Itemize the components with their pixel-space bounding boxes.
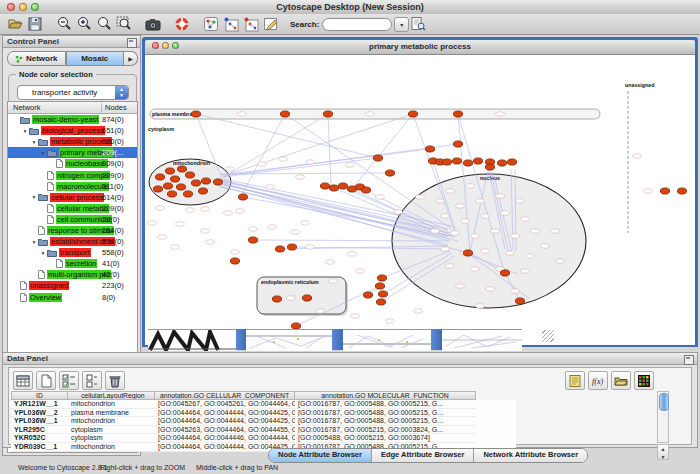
network-node[interactable] — [191, 111, 200, 117]
network-node[interactable] — [373, 155, 382, 161]
table-row[interactable]: YPL036W__1mitochondrion[GO:0044464, GO:0… — [11, 417, 516, 426]
network-node[interactable] — [376, 299, 385, 305]
network-node[interactable] — [363, 292, 372, 298]
zoom-selected-icon[interactable] — [115, 15, 133, 33]
new-attribute-icon[interactable] — [36, 371, 56, 390]
window-resize-grip[interactable] — [542, 330, 554, 342]
scrollbar-arrows[interactable]: ▲▼ — [657, 444, 669, 460]
network-node[interactable] — [272, 296, 281, 302]
network-node[interactable] — [452, 158, 461, 164]
network-node[interactable] — [463, 250, 472, 256]
network-node[interactable] — [497, 160, 506, 166]
network-node[interactable] — [375, 283, 384, 289]
search-input[interactable] — [322, 18, 392, 31]
network-node[interactable] — [408, 111, 417, 117]
expand-arrow-icon[interactable]: ▼ — [39, 150, 47, 156]
network-node[interactable] — [453, 111, 462, 117]
network-node[interactable] — [213, 179, 222, 185]
network-node[interactable] — [165, 168, 174, 174]
zoom-fit-icon[interactable] — [95, 15, 113, 33]
tab-mosaic[interactable]: Mosaic — [66, 51, 125, 66]
network-node[interactable] — [507, 159, 516, 165]
delete-attribute-icon[interactable] — [105, 371, 125, 390]
network-node[interactable] — [230, 258, 239, 264]
background-window-thumbnail[interactable] — [246, 329, 332, 351]
network-node[interactable] — [275, 246, 284, 252]
tree-item-overview[interactable]: Overview8(0) — [8, 292, 137, 303]
network-node[interactable] — [302, 295, 311, 301]
expand-arrow-icon[interactable]: ▼ — [30, 139, 38, 145]
search-options-icon[interactable] — [409, 15, 427, 33]
network-node[interactable] — [660, 188, 669, 194]
column-header-1[interactable]: _cellularLayoutRegion — [68, 391, 155, 400]
node-color-dropdown[interactable]: transporter activity ▲▼ — [17, 85, 129, 100]
tab-node-attribute-browser[interactable]: Node Attribute Browser — [269, 449, 372, 462]
tab-network[interactable]: Network — [7, 51, 66, 66]
network-node[interactable] — [201, 178, 210, 184]
network-node[interactable] — [198, 188, 207, 194]
network-overview-icon[interactable] — [202, 15, 220, 33]
network-node[interactable] — [323, 111, 332, 117]
tree-item-cellular-process[interactable]: ▼cellular process614(0) — [8, 192, 137, 203]
network-node[interactable] — [425, 146, 434, 152]
select-attributes-icon[interactable] — [59, 371, 79, 390]
expand-arrow-icon[interactable]: ▼ — [21, 128, 29, 134]
network-node[interactable] — [177, 166, 186, 172]
column-header-3[interactable]: annotation.GO MOLECULAR_FUNCTION — [295, 391, 476, 400]
tree-item-response-to-stimulu[interactable]: response to stimulu264(0) — [8, 225, 137, 236]
table-row[interactable]: YPL036W__2plasma membrane[GO:0044464, GO… — [11, 409, 516, 418]
float-panel-icon[interactable] — [684, 355, 694, 365]
tab-edge-attribute-browser[interactable]: Edge Attribute Browser — [372, 449, 474, 462]
scrollbar-thumb[interactable] — [659, 393, 669, 411]
table-row[interactable]: YLR295Ccytoplasm[GO:0045263, GO:0044464,… — [11, 426, 516, 435]
background-window-thumbnail[interactable] — [442, 329, 522, 351]
network-node[interactable] — [453, 141, 462, 147]
table-scrollbar[interactable] — [657, 391, 669, 443]
tree-item-unassigned[interactable]: unassigned223(0) — [8, 280, 137, 291]
network-node[interactable] — [167, 191, 176, 197]
tree-item-multi-organism-pro[interactable]: multi-organism pro42(0) — [8, 269, 137, 280]
network-node[interactable] — [473, 158, 482, 164]
network-node[interactable] — [485, 164, 494, 170]
network-node[interactable] — [155, 174, 164, 180]
network-node[interactable] — [191, 180, 200, 186]
network-node[interactable] — [176, 184, 185, 190]
table-icon[interactable] — [13, 371, 33, 390]
tree-item-cell-communicat[interactable]: cell communicat22(0) — [8, 214, 137, 225]
column-header-2[interactable]: annotation.GO CELLULAR_COMPONENT — [155, 391, 295, 400]
network-node[interactable] — [287, 244, 296, 250]
unselect-attributes-icon[interactable] — [82, 371, 102, 390]
tab-network-attribute-browser[interactable]: Network Attribute Browser — [474, 449, 587, 462]
notes-icon[interactable] — [565, 371, 585, 390]
network-node[interactable] — [385, 170, 394, 176]
network-node[interactable] — [170, 176, 179, 182]
tree-item-transport[interactable]: ▼transport558(0) — [8, 247, 137, 258]
network-node[interactable] — [377, 275, 386, 281]
matrix-icon[interactable] — [634, 371, 654, 390]
tree-item-biological-process[interactable]: ▼biological_process651(0) — [8, 125, 137, 136]
tree-item-macromolecule[interactable]: macromolecule311(0) — [8, 181, 137, 192]
network-node[interactable] — [361, 187, 370, 193]
background-window-edge[interactable] — [332, 329, 343, 350]
expand-arrow-icon[interactable]: ▼ — [30, 239, 38, 245]
layout-red-icon[interactable] — [242, 15, 260, 33]
network-node[interactable] — [463, 160, 472, 166]
network-canvas[interactable]: plasma membranecytoplasmnucleusmitochond… — [145, 55, 695, 345]
table-row[interactable]: YKR052Ccytoplasm[GO:0044464, GO:0044446,… — [11, 434, 516, 443]
import-attributes-icon[interactable] — [611, 371, 631, 390]
zoom-out-icon[interactable] — [55, 15, 73, 33]
network-node[interactable] — [515, 298, 524, 304]
network-node[interactable] — [500, 270, 509, 276]
network-node[interactable] — [248, 237, 257, 243]
float-panel-icon[interactable] — [127, 38, 137, 48]
help-icon[interactable] — [173, 15, 191, 33]
network-node[interactable] — [329, 185, 338, 191]
background-window-edge[interactable] — [236, 329, 246, 350]
network-node[interactable] — [338, 183, 347, 189]
open-file-icon[interactable] — [6, 15, 24, 33]
network-node[interactable] — [677, 188, 686, 194]
search-dropdown-button[interactable]: ▾ — [394, 17, 409, 32]
tree-item-cellular-metabo[interactable]: cellular metabo209(0) — [8, 203, 137, 214]
tree-item-nucleobase-[interactable]: nucleobase-209(0) — [8, 158, 137, 169]
network-window-titlebar[interactable]: primary metabolic process — [145, 40, 695, 55]
